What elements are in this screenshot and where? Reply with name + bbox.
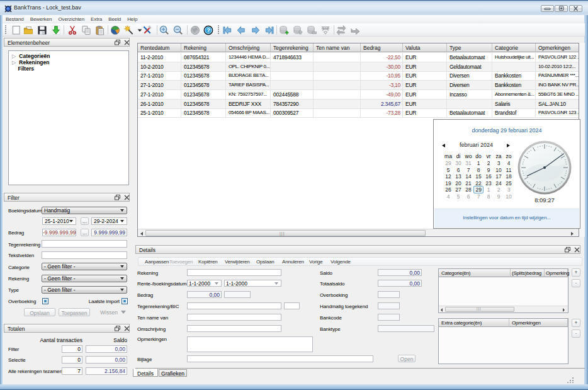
svg-text:?: ? xyxy=(206,26,210,33)
